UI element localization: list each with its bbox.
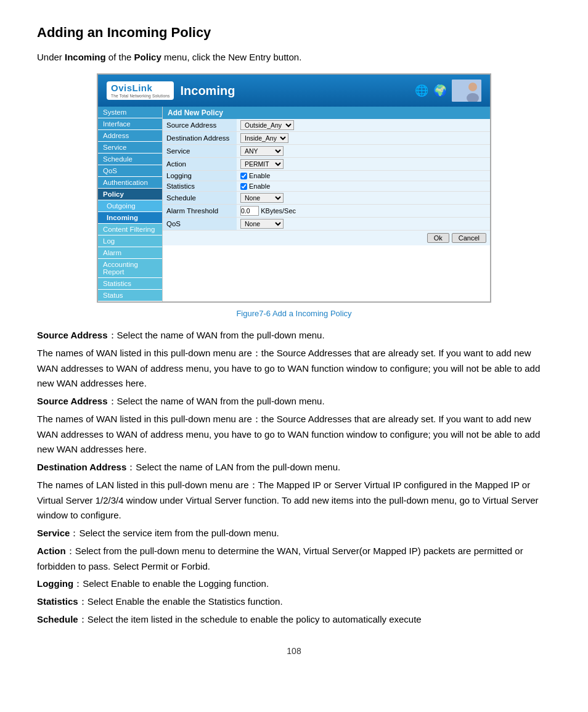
logging-enable-label: Enable	[249, 172, 270, 179]
cancel-button[interactable]: Cancel	[452, 233, 486, 243]
figure-caption: Figure7-6 Add a Incoming Policy	[37, 309, 551, 318]
sidebar-item-incoming[interactable]: Incoming	[98, 212, 162, 223]
form-row-schedule: Schedule None	[163, 192, 490, 205]
sidebar-item-log[interactable]: Log	[98, 235, 162, 247]
colon-7: ：	[78, 596, 88, 607]
alarm-threshold-unit: KBytes/Sec	[261, 207, 296, 215]
policy-form-table: Source Address Outside_Any Destination A…	[163, 119, 490, 231]
section-destination-address: Destination Address：Select the name of L…	[37, 460, 551, 475]
sidebar-item-policy[interactable]: Policy	[98, 189, 162, 200]
sidebar-item-system[interactable]: System	[98, 107, 162, 118]
statistics-enable-label: Enable	[249, 182, 270, 190]
intro-bold2: Policy	[134, 52, 161, 62]
brand-sub: The Total Networking Solutions	[111, 94, 169, 98]
colon-5: ：	[66, 546, 75, 556]
source-address-2-detail-text: The names of WAN listed in this pull-dow…	[37, 414, 540, 455]
info-icon: 🌍	[433, 84, 447, 97]
label-service: Service	[163, 145, 237, 158]
statistics-checkbox[interactable]	[240, 183, 247, 190]
control-qos[interactable]: None	[237, 218, 490, 231]
router-ui-screenshot: OvisLink The Total Networking Solutions …	[97, 73, 491, 303]
control-logging[interactable]: Enable	[237, 171, 490, 181]
select-qos[interactable]: None	[240, 219, 284, 229]
sidebar-item-statistics[interactable]: Statistics	[98, 278, 162, 289]
section-action: Action：Select from the pull-down menu to…	[37, 544, 551, 575]
globe-icon: 🌐	[415, 84, 428, 97]
control-action[interactable]: PERMIT	[237, 158, 490, 171]
sidebar-item-status[interactable]: Status	[98, 290, 162, 301]
action-text: Select from the pull-down menu to determ…	[37, 546, 523, 571]
form-row-source-address: Source Address Outside_Any	[163, 119, 490, 132]
label-action: Action	[163, 158, 237, 171]
logging-checkbox[interactable]	[240, 173, 247, 179]
sidebar: System Interface Address Service Schedul…	[98, 107, 163, 301]
section-source-address-1: Source Address：Select the name of WAN fr…	[37, 328, 551, 343]
header-photo	[452, 80, 481, 102]
label-statistics: Statistics	[163, 181, 237, 192]
label-source-address-bold-1: Source Address	[37, 330, 108, 340]
colon-2: ：	[108, 396, 117, 406]
form-footer: Ok Cancel	[163, 231, 490, 245]
label-source-address: Source Address	[163, 119, 237, 132]
label-action-bold: Action	[37, 546, 66, 556]
label-logging: Logging	[163, 171, 237, 181]
intro-text-before: Under	[37, 52, 65, 62]
sidebar-item-qos[interactable]: QoS	[98, 165, 162, 176]
form-header: Add New Policy	[163, 107, 490, 119]
sidebar-item-schedule[interactable]: Schedule	[98, 153, 162, 165]
alarm-threshold-input[interactable]	[240, 206, 259, 216]
select-source-address[interactable]: Outside_Any	[240, 120, 294, 130]
control-source-address[interactable]: Outside_Any	[237, 119, 490, 132]
label-schedule: Schedule	[163, 192, 237, 205]
form-row-destination-address: Destination Address Inside_Any	[163, 132, 490, 145]
control-schedule[interactable]: None	[237, 192, 490, 205]
form-row-service: Service ANY	[163, 145, 490, 158]
sidebar-item-alarm[interactable]: Alarm	[98, 247, 162, 258]
label-statistics-bold: Statistics	[37, 596, 78, 607]
label-schedule-bold: Schedule	[37, 614, 78, 624]
section-source-address-2: Source Address：Select the name of WAN fr…	[37, 394, 551, 409]
sidebar-item-accounting-report[interactable]: Accounting Report	[98, 259, 162, 277]
section-logging: Logging：Select Enable to enable the Logg…	[37, 576, 551, 592]
logging-checkbox-row: Enable	[240, 172, 486, 179]
select-action[interactable]: PERMIT	[240, 159, 284, 169]
logging-text: Select Enable to enable the Logging func…	[83, 578, 269, 589]
statistics-text: Select Enable the enable the Statistics …	[88, 596, 283, 607]
sidebar-item-service[interactable]: Service	[98, 142, 162, 153]
control-statistics[interactable]: Enable	[237, 181, 490, 192]
select-destination-address[interactable]: Inside_Any	[240, 133, 288, 143]
source-address-1-detail-text: The names of WAN listed in this pull-dow…	[37, 348, 540, 389]
label-service-bold: Service	[37, 528, 70, 538]
sidebar-item-address[interactable]: Address	[98, 130, 162, 141]
section-source-address-1-detail: The names of WAN listed in this pull-dow…	[37, 346, 551, 391]
intro-paragraph: Under Incoming of the Policy menu, click…	[37, 52, 551, 62]
label-qos: QoS	[163, 218, 237, 231]
ok-button[interactable]: Ok	[427, 233, 449, 243]
sidebar-item-authentication[interactable]: Authentication	[98, 177, 162, 188]
control-destination-address[interactable]: Inside_Any	[237, 132, 490, 145]
destination-address-detail-text: The names of LAN listed in this pull-dow…	[37, 480, 539, 521]
form-row-logging: Logging Enable	[163, 171, 490, 181]
sidebar-item-content-filtering[interactable]: Content Filtering	[98, 224, 162, 235]
intro-bold1: Incoming	[65, 52, 106, 62]
label-logging-bold: Logging	[37, 578, 73, 589]
sidebar-item-interface[interactable]: Interface	[98, 118, 162, 129]
statistics-checkbox-row: Enable	[240, 182, 486, 190]
colon-6: ：	[73, 578, 83, 589]
select-service[interactable]: ANY	[240, 146, 284, 156]
control-service[interactable]: ANY	[237, 145, 490, 158]
control-alarm-threshold[interactable]: KBytes/Sec	[237, 205, 490, 218]
select-schedule[interactable]: None	[240, 193, 284, 203]
intro-text-mid: of the	[106, 52, 134, 62]
section-service: Service：Select the service item from the…	[37, 526, 551, 541]
sidebar-item-outgoing[interactable]: Outgoing	[98, 200, 162, 211]
header-icons: 🌐 🌍	[415, 80, 481, 102]
label-destination-address-bold: Destination Address	[37, 462, 126, 472]
label-source-address-bold-2: Source Address	[37, 396, 108, 406]
label-destination-address: Destination Address	[163, 132, 237, 145]
colon-1: ：	[108, 330, 117, 340]
colon-3: ：	[126, 462, 136, 472]
main-content: Add New Policy Source Address Outside_An…	[163, 107, 490, 301]
router-body: System Interface Address Service Schedul…	[98, 107, 490, 301]
router-header: OvisLink The Total Networking Solutions …	[98, 75, 490, 107]
